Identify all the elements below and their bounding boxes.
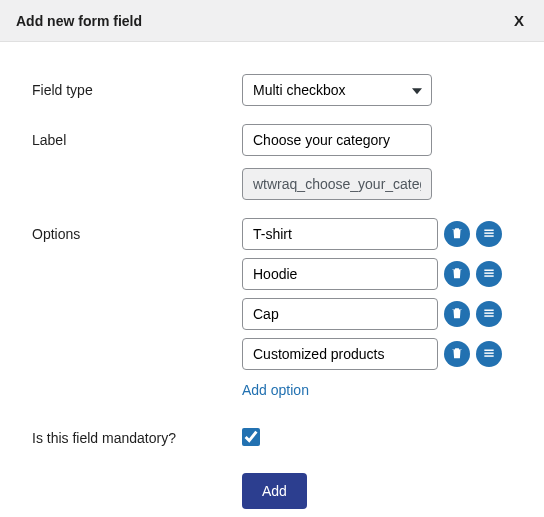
- mandatory-label: Is this field mandatory?: [32, 422, 242, 446]
- option-row: [242, 298, 512, 330]
- mandatory-control: [242, 422, 512, 449]
- add-button[interactable]: Add: [242, 473, 307, 509]
- trash-icon: [450, 266, 464, 283]
- reorder-option-button[interactable]: [476, 261, 502, 287]
- drag-icon: [482, 226, 496, 243]
- svg-rect-1: [484, 232, 493, 233]
- delete-option-button[interactable]: [444, 301, 470, 327]
- delete-option-button[interactable]: [444, 261, 470, 287]
- close-button[interactable]: X: [510, 12, 528, 29]
- dialog-header: Add new form field X: [0, 0, 544, 42]
- trash-icon: [450, 306, 464, 323]
- field-type-select[interactable]: Multi checkbox: [242, 74, 432, 106]
- label-row: Label: [32, 124, 512, 200]
- options-control: Add option: [242, 218, 512, 398]
- reorder-option-button[interactable]: [476, 221, 502, 247]
- svg-rect-5: [484, 275, 493, 276]
- svg-rect-0: [484, 229, 493, 230]
- label-field-label: Label: [32, 124, 242, 148]
- option-row: [242, 258, 512, 290]
- field-type-select-wrap: Multi checkbox: [242, 74, 432, 106]
- submit-spacer: [32, 473, 242, 481]
- option-input[interactable]: [242, 258, 438, 290]
- svg-rect-4: [484, 272, 493, 273]
- svg-rect-10: [484, 352, 493, 353]
- options-label: Options: [32, 218, 242, 242]
- svg-rect-3: [484, 269, 493, 270]
- field-type-control: Multi checkbox: [242, 74, 512, 106]
- label-control: [242, 124, 512, 200]
- reorder-option-button[interactable]: [476, 301, 502, 327]
- svg-rect-8: [484, 315, 493, 316]
- svg-rect-7: [484, 312, 493, 313]
- add-option-link[interactable]: Add option: [242, 382, 309, 398]
- mandatory-row: Is this field mandatory?: [32, 422, 512, 449]
- dialog-title: Add new form field: [16, 13, 142, 29]
- submit-row: Add: [32, 473, 512, 509]
- trash-icon: [450, 226, 464, 243]
- delete-option-button[interactable]: [444, 341, 470, 367]
- option-row: [242, 338, 512, 370]
- drag-icon: [482, 306, 496, 323]
- submit-control: Add: [242, 473, 512, 509]
- options-row: Options: [32, 218, 512, 398]
- svg-rect-9: [484, 349, 493, 350]
- option-input[interactable]: [242, 338, 438, 370]
- label-input[interactable]: [242, 124, 432, 156]
- option-row: [242, 218, 512, 250]
- trash-icon: [450, 346, 464, 363]
- reorder-option-button[interactable]: [476, 341, 502, 367]
- option-input[interactable]: [242, 218, 438, 250]
- form-body: Field type Multi checkbox Label Options: [0, 42, 544, 517]
- field-type-label: Field type: [32, 74, 242, 98]
- drag-icon: [482, 346, 496, 363]
- slug-block: [242, 168, 512, 200]
- field-type-row: Field type Multi checkbox: [32, 74, 512, 106]
- slug-input: [242, 168, 432, 200]
- mandatory-checkbox[interactable]: [242, 428, 260, 446]
- svg-rect-6: [484, 309, 493, 310]
- svg-rect-11: [484, 355, 493, 356]
- drag-icon: [482, 266, 496, 283]
- delete-option-button[interactable]: [444, 221, 470, 247]
- svg-rect-2: [484, 235, 493, 236]
- option-input[interactable]: [242, 298, 438, 330]
